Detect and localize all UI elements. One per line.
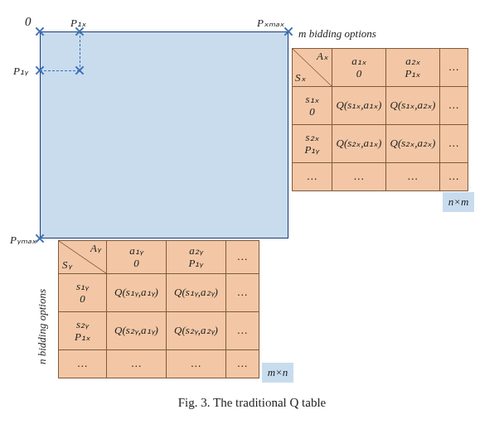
origin-label: 0 (25, 15, 32, 29)
tx-col-1: a₁ₓ0 (332, 49, 386, 87)
figure-caption: Fig. 3. The traditional Q table (0, 396, 504, 410)
q-table-y: Aᵧ Sᵧ a₁ᵧ0 a₂ᵧP₁ᵧ … s₁ᵧ0 Q(s₁ᵧ,a₁ᵧ) Q(s₁… (58, 240, 259, 378)
mark-origin (35, 26, 45, 36)
tx-col-2: a₂ₓP₁ₓ (386, 49, 440, 87)
ty-row-2-h: s₂ᵧP₁ₓ (59, 312, 107, 350)
ty-col-2: a₂ᵧP₁ᵧ (167, 241, 226, 274)
ty-col-ell: … (226, 241, 259, 274)
tx-rell-c2: … (386, 163, 440, 191)
tx-r1-c1: Q(s₁ₓ,a₁ₓ) (332, 87, 386, 125)
diag-cell-y: Aᵧ Sᵧ (59, 241, 107, 274)
tx-col-ell: … (440, 49, 468, 87)
pxmax-label: Pₓₘₐₓ (257, 17, 284, 30)
ty-rell-c3: … (226, 350, 259, 378)
tx-row-2-h: s₂ₓP₁ᵧ (293, 125, 332, 163)
ty-r1-c2: Q(s₁ᵧ,a₂ᵧ) (167, 274, 226, 312)
ty-r1-ell: … (226, 274, 259, 312)
blue-main-region (40, 31, 288, 238)
tx-r2-c1: Q(s₂ₓ,a₁ₓ) (332, 125, 386, 163)
n-bidding-options-label: n bidding options (36, 289, 49, 364)
ty-row-1-h: s₁ᵧ0 (59, 274, 107, 312)
ty-r1-c1: Q(s₁ᵧ,a₁ᵧ) (107, 274, 167, 312)
m-bidding-options-label: m bidding options (298, 27, 376, 41)
size-tag-nxm: n×m (443, 192, 474, 212)
tx-r2-c2: Q(s₂ₓ,a₂ₓ) (386, 125, 440, 163)
q-table-x: Aₓ Sₓ a₁ₓ0 a₂ₓP₁ₓ … s₁ₓ0 Q(s₁ₓ,a₁ₓ) Q(s₁… (292, 48, 468, 191)
size-tag-mxn: m×n (262, 363, 293, 383)
ty-rell-c1: … (107, 350, 167, 378)
tx-row-ell-h: … (293, 163, 332, 191)
ty-r2-c2: Q(s₂ᵧ,a₂ᵧ) (167, 312, 226, 350)
tx-rell-c1: … (332, 163, 386, 191)
tx-r2-ell: … (440, 125, 468, 163)
mark-pymax (35, 234, 45, 243)
mark-pxmax (284, 26, 293, 36)
dash-horizontal (40, 70, 80, 71)
mark-p1x (75, 26, 85, 36)
tx-r1-c2: Q(s₁ₓ,a₂ₓ) (386, 87, 440, 125)
tx-rell-c3: … (440, 163, 468, 191)
ty-rell-c2: … (167, 350, 226, 378)
mark-p1y (35, 65, 45, 75)
pymax-label: Pᵧₘₐₓ (10, 234, 36, 247)
ty-r2-c1: Q(s₂ᵧ,a₁ᵧ) (107, 312, 167, 350)
ty-row-ell-h: … (59, 350, 107, 378)
diag-cell-x: Aₓ Sₓ (293, 49, 332, 87)
ty-col-1: a₁ᵧ0 (107, 241, 167, 274)
mark-inner (75, 65, 85, 75)
tx-row-1-h: s₁ₓ0 (293, 87, 332, 125)
p1y-label: P₁ᵧ (13, 65, 28, 78)
tx-r1-ell: … (440, 87, 468, 125)
ty-r2-ell: … (226, 312, 259, 350)
